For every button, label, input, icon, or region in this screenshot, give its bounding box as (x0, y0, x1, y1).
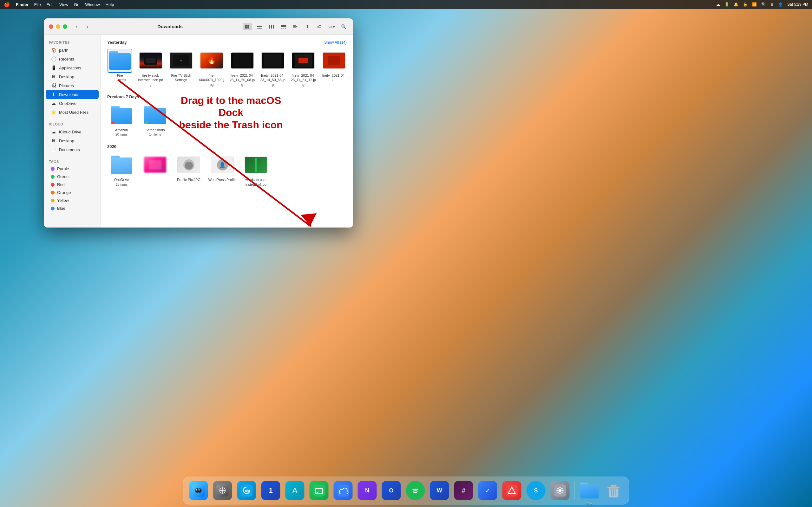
menubar-go[interactable]: Go (74, 2, 79, 7)
sidebar-tag-red[interactable]: Red (46, 181, 99, 188)
svg-rect-12 (283, 28, 284, 29)
sidebar-item-desktop[interactable]: 🖥 Desktop (46, 72, 99, 81)
file-profilepic[interactable]: Profile Pic.JPG (174, 153, 203, 187)
svg-point-20 (199, 489, 200, 491)
sidebar-tag-green[interactable]: Green (46, 173, 99, 181)
control-center-icon[interactable]: ⊞ (770, 2, 774, 7)
folder-tab (109, 51, 118, 55)
dock-fire-folder[interactable]: Fire (579, 480, 600, 501)
firetv2-icon (261, 49, 284, 72)
dock-systemprefs[interactable] (549, 480, 571, 501)
dock-finder[interactable] (188, 480, 209, 501)
file-firetv2[interactable]: firetv_2021-04-23_14_50_53.jpg (260, 49, 286, 87)
screenshots-folder-name: Screenshots14 items (145, 128, 165, 137)
forward-button[interactable]: › (83, 23, 92, 30)
minimize-button[interactable] (56, 24, 60, 29)
menubar-view[interactable]: View (59, 2, 68, 7)
icloud-icon[interactable]: ☁ (716, 2, 720, 7)
onepassword-label: 1 (269, 487, 272, 495)
onedrive-folder-body (111, 158, 132, 174)
dock-slack[interactable]: # (453, 480, 474, 501)
dock-launchpad[interactable] (212, 480, 234, 501)
file-fire6004073[interactable]: 🔥 fire-6004073_1920.jpg (199, 49, 224, 87)
dock-word[interactable]: W (429, 480, 450, 501)
fire6004073-icon: 🔥 (200, 49, 223, 72)
fire-folder-dock-shape (580, 483, 599, 498)
file-wordsimage[interactable]: words-to-use-instead-of.jpg (242, 153, 270, 187)
tag-btn[interactable]: 🏷 (315, 23, 324, 30)
dock-appstore[interactable]: A (284, 480, 306, 501)
notification-icon[interactable]: 🔔 (734, 2, 739, 7)
icon-view-btn[interactable] (243, 23, 252, 30)
sidebar: Favorites 🏠 parth 🕐 Recents 📱 Applicatio… (44, 35, 101, 228)
dock-tasks[interactable]: ✓ (477, 480, 499, 501)
sidebar-tag-purple[interactable]: Purple (46, 165, 99, 173)
file-screenshots-folder[interactable]: Screenshots14 items (141, 104, 169, 137)
column-view-btn[interactable] (267, 23, 276, 30)
show-all-yesterday[interactable]: Show All (14) (324, 40, 347, 45)
file-firetvstick-png[interactable]: fire tv stick internet...tion.png (138, 49, 163, 87)
sidebar-item-documents[interactable]: 📄 Documents (46, 145, 99, 154)
spotlight-icon[interactable]: 🔍 (761, 2, 766, 7)
dock-1password[interactable]: 1 (260, 480, 282, 501)
traffic-lights (49, 24, 67, 29)
sidebar-tag-blue[interactable]: Blue (46, 205, 99, 212)
file-wpprofile[interactable]: 👤 WordPress Profile (208, 153, 237, 187)
close-button[interactable] (49, 24, 53, 29)
downloads-icon: ⬇ (51, 92, 56, 97)
file-blurred[interactable] (141, 153, 169, 187)
sidebar-item-pictures[interactable]: 🖼 Pictures (46, 81, 99, 90)
svg-rect-1 (247, 25, 249, 26)
dock-edge[interactable] (236, 480, 258, 501)
file-firetv1[interactable]: firetv_2021-04-23_14_50_08.jpg (230, 49, 255, 87)
menubar-file[interactable]: File (34, 2, 41, 7)
search-btn[interactable]: 🔍 (339, 23, 348, 30)
menubar-help[interactable]: Help (106, 2, 114, 7)
fire-folder-icon (108, 49, 131, 72)
gallery-view-btn[interactable] (279, 23, 288, 30)
list-view-btn[interactable] (255, 23, 264, 30)
svg-rect-4 (257, 25, 262, 25)
file-firetvsettings[interactable]: ⚙ Fire TV Stick Settings (168, 49, 194, 87)
file-amazon-folder[interactable]: Amazon20 items (107, 104, 136, 137)
sidebar-item-mostused[interactable]: ⭐ Most Used Files (46, 108, 99, 117)
dock-trash[interactable] (603, 480, 624, 501)
dock-skype[interactable]: S (525, 480, 547, 501)
dock-pixelmator[interactable] (501, 480, 523, 501)
sidebar-item-onedrive[interactable]: ☁ OneDrive (46, 99, 99, 108)
sidebar-item-recents[interactable]: 🕐 Recents (46, 55, 99, 63)
menubar-finder[interactable]: Finder (16, 2, 29, 7)
menubar: 🍎 Finder File Edit View Go Window Help ☁… (0, 0, 812, 9)
back-button[interactable]: ‹ (72, 23, 81, 30)
sidebar-tag-yellow[interactable]: Yellow (46, 196, 99, 205)
file-firetv4[interactable]: firetv_2021-04-2... (321, 49, 347, 87)
sidebar-item-parth[interactable]: 🏠 parth (46, 46, 99, 55)
menubar-window[interactable]: Window (85, 2, 100, 7)
sidebar-item-applications[interactable]: 📱 Applications (46, 63, 99, 72)
svg-rect-43 (607, 487, 620, 488)
dock-outlook[interactable]: O (380, 480, 402, 501)
svg-rect-11 (281, 28, 282, 29)
maximize-button[interactable] (63, 24, 67, 29)
blurred-thumbnail (144, 157, 166, 173)
share-btn[interactable]: ⬆ (303, 23, 312, 30)
file-fire-folder[interactable]: Fire10 items (107, 49, 133, 87)
sidebar-item-icloud-desktop[interactable]: 🖥 Desktop (46, 136, 99, 145)
dock-onedrive[interactable] (333, 480, 354, 501)
sidebar-item-icloudrive[interactable]: ☁ iCloud Drive (46, 127, 99, 136)
firetvsettings-name: Fire TV Stick Settings (168, 73, 194, 82)
dock-messages[interactable] (308, 480, 330, 501)
wpprofile-icon: 👤 (211, 153, 234, 176)
group-btn[interactable]: ⊞▾ (291, 23, 300, 30)
file-firetv3[interactable]: firetv_2021-04-23_14_51_12.jpg (291, 49, 316, 87)
svg-point-18 (198, 488, 202, 493)
file-onedrive-folder[interactable]: OneDrive11 items (107, 153, 136, 187)
actions-btn[interactable]: ☺▾ (327, 23, 336, 30)
dock-spotify[interactable] (405, 480, 426, 501)
apple-menu[interactable]: 🍎 (4, 2, 10, 8)
tags-label: Tags (44, 158, 101, 165)
menubar-edit[interactable]: Edit (47, 2, 54, 7)
dock-onenote[interactable]: N (357, 480, 378, 501)
sidebar-item-downloads[interactable]: ⬇ Downloads (46, 90, 99, 99)
sidebar-tag-orange[interactable]: Orange (46, 188, 99, 196)
